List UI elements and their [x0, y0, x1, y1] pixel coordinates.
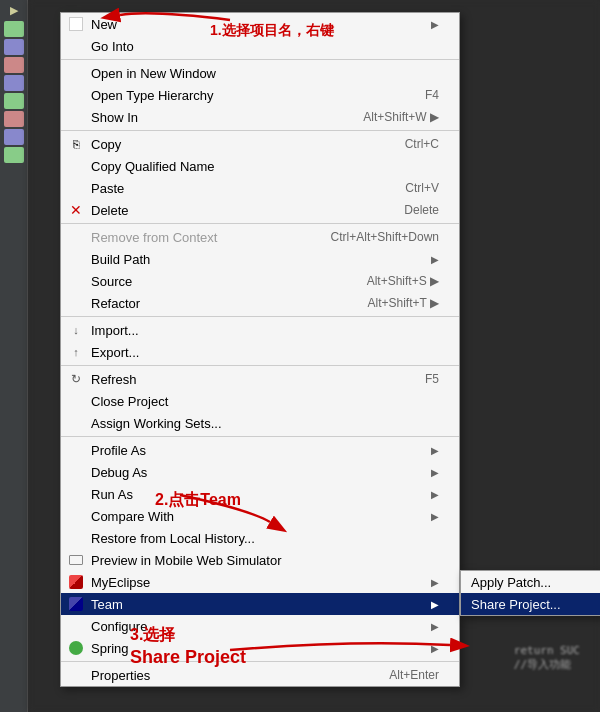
separator-1 — [61, 59, 459, 60]
menu-label-properties: Properties — [91, 668, 150, 683]
menu-item-assign-working-sets[interactable]: Assign Working Sets... — [61, 412, 459, 434]
menu-label-configure: Configure — [91, 619, 147, 634]
menu-item-go-into[interactable]: Go Into — [61, 35, 459, 57]
menu-label-open-new-window: Open in New Window — [91, 66, 216, 81]
sidebar-icon-4 — [4, 75, 24, 91]
sidebar: ▶ — [0, 0, 28, 712]
shortcut-refactor: Alt+Shift+T ▶ — [368, 296, 439, 310]
submenu-item-apply-patch[interactable]: Apply Patch... — [461, 571, 600, 593]
menu-label-myeclipse: MyEclipse — [91, 575, 150, 590]
menu-item-close-project[interactable]: Close Project — [61, 390, 459, 412]
delete-icon: ✕ — [67, 201, 85, 219]
menu-item-spring[interactable]: Spring ▶ — [61, 637, 459, 659]
export-icon: ↑ — [67, 343, 85, 361]
menu-item-preview[interactable]: Preview in Mobile Web Simulator — [61, 549, 459, 571]
menu-label-compare-with: Compare With — [91, 509, 174, 524]
menu-item-refresh[interactable]: ↻ Refresh F5 — [61, 368, 459, 390]
run-as-arrow: ▶ — [431, 489, 439, 500]
refresh-icon: ↻ — [67, 370, 85, 388]
code-snippet: return SUC //导入功能 — [514, 644, 580, 672]
menu-item-export[interactable]: ↑ Export... — [61, 341, 459, 363]
menu-item-restore-local[interactable]: Restore from Local History... — [61, 527, 459, 549]
shortcut-show-in: Alt+Shift+W ▶ — [363, 110, 439, 124]
menu-item-build-path[interactable]: Build Path ▶ — [61, 248, 459, 270]
compare-with-arrow: ▶ — [431, 511, 439, 522]
menu-item-new[interactable]: New ▶ — [61, 13, 459, 35]
menu-label-new: New — [91, 17, 117, 32]
code-line-1: return SUC — [514, 644, 580, 657]
menu-label-copy: Copy — [91, 137, 121, 152]
menu-label-show-in: Show In — [91, 110, 138, 125]
menu-item-copy[interactable]: ⎘ Copy Ctrl+C — [61, 133, 459, 155]
team-icon — [67, 595, 85, 613]
menu-label-open-type-hierarchy: Open Type Hierarchy — [91, 88, 214, 103]
debug-as-arrow: ▶ — [431, 467, 439, 478]
menu-label-team: Team — [91, 597, 123, 612]
shortcut-copy: Ctrl+C — [405, 137, 439, 151]
menu-label-spring: Spring — [91, 641, 129, 656]
menu-item-profile-as[interactable]: Profile As ▶ — [61, 439, 459, 461]
team-arrow: ▶ — [431, 599, 439, 610]
shortcut-remove-context: Ctrl+Alt+Shift+Down — [331, 230, 439, 244]
menu-label-profile-as: Profile As — [91, 443, 146, 458]
menu-item-paste[interactable]: Paste Ctrl+V — [61, 177, 459, 199]
build-path-arrow: ▶ — [431, 254, 439, 265]
menu-label-close-project: Close Project — [91, 394, 168, 409]
menu-label-run-as: Run As — [91, 487, 133, 502]
menu-label-remove-context: Remove from Context — [91, 230, 217, 245]
menu-label-source: Source — [91, 274, 132, 289]
separator-6 — [61, 436, 459, 437]
menu-label-export: Export... — [91, 345, 139, 360]
sidebar-icon-8 — [4, 147, 24, 163]
menu-label-preview: Preview in Mobile Web Simulator — [91, 553, 282, 568]
spring-icon — [67, 639, 85, 657]
menu-item-myeclipse[interactable]: MyEclipse ▶ — [61, 571, 459, 593]
shortcut-paste: Ctrl+V — [405, 181, 439, 195]
menu-item-debug-as[interactable]: Debug As ▶ — [61, 461, 459, 483]
menu-item-remove-context: Remove from Context Ctrl+Alt+Shift+Down — [61, 226, 459, 248]
separator-2 — [61, 130, 459, 131]
import-icon: ↓ — [67, 321, 85, 339]
separator-4 — [61, 316, 459, 317]
shortcut-refresh: F5 — [425, 372, 439, 386]
shortcut-open-type-hierarchy: F4 — [425, 88, 439, 102]
submenu-label-apply-patch: Apply Patch... — [471, 575, 551, 590]
sidebar-icon-5 — [4, 93, 24, 109]
submenu-item-share-project[interactable]: Share Project... — [461, 593, 600, 615]
menu-label-refresh: Refresh — [91, 372, 137, 387]
sidebar-icon-1 — [4, 21, 24, 37]
menu-item-team[interactable]: Team ▶ — [61, 593, 459, 615]
sidebar-project-icon: ▶ — [2, 4, 25, 17]
menu-item-copy-qualified[interactable]: Copy Qualified Name — [61, 155, 459, 177]
menu-item-open-type-hierarchy[interactable]: Open Type Hierarchy F4 — [61, 84, 459, 106]
menu-item-refactor[interactable]: Refactor Alt+Shift+T ▶ — [61, 292, 459, 314]
menu-label-debug-as: Debug As — [91, 465, 147, 480]
menu-label-paste: Paste — [91, 181, 124, 196]
menu-item-run-as[interactable]: Run As ▶ — [61, 483, 459, 505]
configure-arrow: ▶ — [431, 621, 439, 632]
menu-label-go-into: Go Into — [91, 39, 134, 54]
menu-item-properties[interactable]: Properties Alt+Enter — [61, 664, 459, 686]
shortcut-properties: Alt+Enter — [389, 668, 439, 682]
menu-item-compare-with[interactable]: Compare With ▶ — [61, 505, 459, 527]
menu-item-configure[interactable]: Configure ▶ — [61, 615, 459, 637]
menu-label-copy-qualified: Copy Qualified Name — [91, 159, 215, 174]
sidebar-icon-2 — [4, 39, 24, 55]
separator-5 — [61, 365, 459, 366]
new-icon — [67, 15, 85, 33]
menu-label-import: Import... — [91, 323, 139, 338]
sidebar-icon-7 — [4, 129, 24, 145]
sidebar-icon-6 — [4, 111, 24, 127]
separator-3 — [61, 223, 459, 224]
profile-as-arrow: ▶ — [431, 445, 439, 456]
menu-label-restore-local: Restore from Local History... — [91, 531, 255, 546]
menu-item-show-in[interactable]: Show In Alt+Shift+W ▶ — [61, 106, 459, 128]
menu-item-import[interactable]: ↓ Import... — [61, 319, 459, 341]
context-menu: New ▶ Go Into Open in New Window Open Ty… — [60, 12, 460, 687]
menu-item-open-new-window[interactable]: Open in New Window — [61, 62, 459, 84]
separator-7 — [61, 661, 459, 662]
copy-icon: ⎘ — [67, 135, 85, 153]
team-submenu: Apply Patch... Share Project... — [460, 570, 600, 616]
menu-item-source[interactable]: Source Alt+Shift+S ▶ — [61, 270, 459, 292]
menu-item-delete[interactable]: ✕ Delete Delete — [61, 199, 459, 221]
